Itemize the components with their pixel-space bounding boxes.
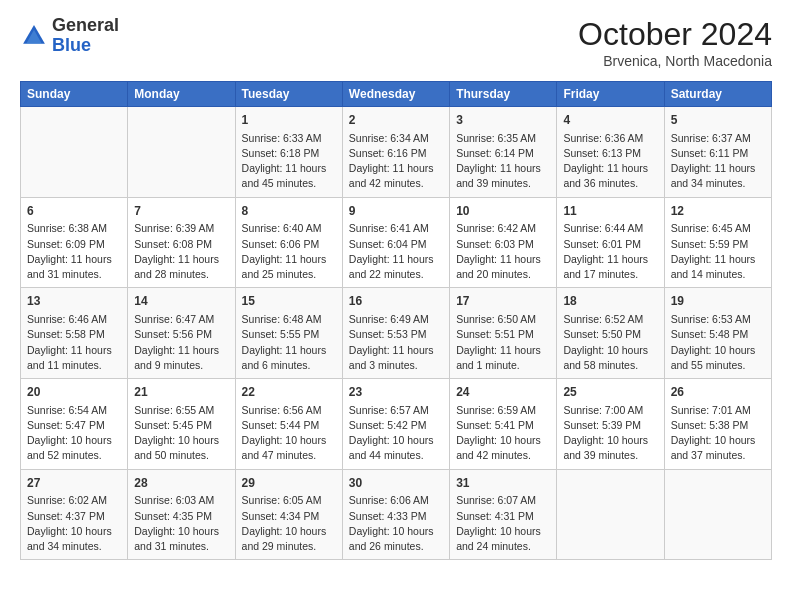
day-info: Sunrise: 6:49 AMSunset: 5:53 PMDaylight:… [349, 312, 443, 373]
calendar-week-row: 13Sunrise: 6:46 AMSunset: 5:58 PMDayligh… [21, 288, 772, 379]
day-number: 15 [242, 293, 336, 310]
calendar-week-row: 27Sunrise: 6:02 AMSunset: 4:37 PMDayligh… [21, 469, 772, 560]
calendar-cell: 6Sunrise: 6:38 AMSunset: 6:09 PMDaylight… [21, 197, 128, 288]
calendar-week-row: 20Sunrise: 6:54 AMSunset: 5:47 PMDayligh… [21, 379, 772, 470]
weekday-header-tuesday: Tuesday [235, 82, 342, 107]
day-number: 31 [456, 475, 550, 492]
day-number: 29 [242, 475, 336, 492]
calendar-week-row: 1Sunrise: 6:33 AMSunset: 6:18 PMDaylight… [21, 107, 772, 198]
day-number: 25 [563, 384, 657, 401]
day-info: Sunrise: 6:39 AMSunset: 6:08 PMDaylight:… [134, 221, 228, 282]
day-number: 1 [242, 112, 336, 129]
calendar-cell [21, 107, 128, 198]
calendar-cell: 13Sunrise: 6:46 AMSunset: 5:58 PMDayligh… [21, 288, 128, 379]
calendar-cell: 30Sunrise: 6:06 AMSunset: 4:33 PMDayligh… [342, 469, 449, 560]
day-info: Sunrise: 6:02 AMSunset: 4:37 PMDaylight:… [27, 493, 121, 554]
calendar-cell: 20Sunrise: 6:54 AMSunset: 5:47 PMDayligh… [21, 379, 128, 470]
day-info: Sunrise: 6:05 AMSunset: 4:34 PMDaylight:… [242, 493, 336, 554]
day-number: 2 [349, 112, 443, 129]
day-number: 26 [671, 384, 765, 401]
day-number: 21 [134, 384, 228, 401]
day-info: Sunrise: 6:56 AMSunset: 5:44 PMDaylight:… [242, 403, 336, 464]
calendar-cell: 5Sunrise: 6:37 AMSunset: 6:11 PMDaylight… [664, 107, 771, 198]
calendar-cell: 29Sunrise: 6:05 AMSunset: 4:34 PMDayligh… [235, 469, 342, 560]
day-info: Sunrise: 6:48 AMSunset: 5:55 PMDaylight:… [242, 312, 336, 373]
day-info: Sunrise: 6:37 AMSunset: 6:11 PMDaylight:… [671, 131, 765, 192]
day-number: 5 [671, 112, 765, 129]
day-number: 10 [456, 203, 550, 220]
day-number: 8 [242, 203, 336, 220]
day-number: 27 [27, 475, 121, 492]
day-number: 6 [27, 203, 121, 220]
day-number: 18 [563, 293, 657, 310]
page: General Blue October 2024 Brvenica, Nort… [0, 0, 792, 612]
day-number: 17 [456, 293, 550, 310]
calendar-cell: 25Sunrise: 7:00 AMSunset: 5:39 PMDayligh… [557, 379, 664, 470]
logo-blue: Blue [52, 35, 91, 55]
day-info: Sunrise: 6:52 AMSunset: 5:50 PMDaylight:… [563, 312, 657, 373]
calendar-cell: 11Sunrise: 6:44 AMSunset: 6:01 PMDayligh… [557, 197, 664, 288]
logo-text: General Blue [52, 16, 119, 56]
day-number: 4 [563, 112, 657, 129]
calendar-cell: 15Sunrise: 6:48 AMSunset: 5:55 PMDayligh… [235, 288, 342, 379]
calendar-cell: 31Sunrise: 6:07 AMSunset: 4:31 PMDayligh… [450, 469, 557, 560]
weekday-header-friday: Friday [557, 82, 664, 107]
calendar-cell: 18Sunrise: 6:52 AMSunset: 5:50 PMDayligh… [557, 288, 664, 379]
day-number: 19 [671, 293, 765, 310]
calendar-cell [128, 107, 235, 198]
logo-general: General [52, 15, 119, 35]
title-area: October 2024 Brvenica, North Macedonia [578, 16, 772, 69]
calendar-cell: 28Sunrise: 6:03 AMSunset: 4:35 PMDayligh… [128, 469, 235, 560]
day-number: 9 [349, 203, 443, 220]
day-info: Sunrise: 6:44 AMSunset: 6:01 PMDaylight:… [563, 221, 657, 282]
calendar-week-row: 6Sunrise: 6:38 AMSunset: 6:09 PMDaylight… [21, 197, 772, 288]
day-number: 22 [242, 384, 336, 401]
day-info: Sunrise: 6:06 AMSunset: 4:33 PMDaylight:… [349, 493, 443, 554]
day-number: 11 [563, 203, 657, 220]
day-number: 30 [349, 475, 443, 492]
calendar-cell: 27Sunrise: 6:02 AMSunset: 4:37 PMDayligh… [21, 469, 128, 560]
calendar-cell [664, 469, 771, 560]
calendar-cell: 9Sunrise: 6:41 AMSunset: 6:04 PMDaylight… [342, 197, 449, 288]
month-title: October 2024 [578, 16, 772, 53]
calendar-cell: 16Sunrise: 6:49 AMSunset: 5:53 PMDayligh… [342, 288, 449, 379]
calendar-cell: 7Sunrise: 6:39 AMSunset: 6:08 PMDaylight… [128, 197, 235, 288]
calendar-cell: 19Sunrise: 6:53 AMSunset: 5:48 PMDayligh… [664, 288, 771, 379]
calendar-cell: 8Sunrise: 6:40 AMSunset: 6:06 PMDaylight… [235, 197, 342, 288]
day-info: Sunrise: 6:33 AMSunset: 6:18 PMDaylight:… [242, 131, 336, 192]
calendar-cell: 10Sunrise: 6:42 AMSunset: 6:03 PMDayligh… [450, 197, 557, 288]
day-info: Sunrise: 6:36 AMSunset: 6:13 PMDaylight:… [563, 131, 657, 192]
day-info: Sunrise: 6:41 AMSunset: 6:04 PMDaylight:… [349, 221, 443, 282]
weekday-header-sunday: Sunday [21, 82, 128, 107]
weekday-header-thursday: Thursday [450, 82, 557, 107]
day-info: Sunrise: 6:45 AMSunset: 5:59 PMDaylight:… [671, 221, 765, 282]
calendar-cell: 3Sunrise: 6:35 AMSunset: 6:14 PMDaylight… [450, 107, 557, 198]
calendar-cell: 4Sunrise: 6:36 AMSunset: 6:13 PMDaylight… [557, 107, 664, 198]
weekday-header-wednesday: Wednesday [342, 82, 449, 107]
day-number: 7 [134, 203, 228, 220]
day-number: 12 [671, 203, 765, 220]
day-info: Sunrise: 6:34 AMSunset: 6:16 PMDaylight:… [349, 131, 443, 192]
location-subtitle: Brvenica, North Macedonia [578, 53, 772, 69]
weekday-header-saturday: Saturday [664, 82, 771, 107]
calendar-body: 1Sunrise: 6:33 AMSunset: 6:18 PMDaylight… [21, 107, 772, 560]
day-info: Sunrise: 7:00 AMSunset: 5:39 PMDaylight:… [563, 403, 657, 464]
day-info: Sunrise: 7:01 AMSunset: 5:38 PMDaylight:… [671, 403, 765, 464]
day-info: Sunrise: 6:40 AMSunset: 6:06 PMDaylight:… [242, 221, 336, 282]
calendar-table: SundayMondayTuesdayWednesdayThursdayFrid… [20, 81, 772, 560]
calendar-cell: 21Sunrise: 6:55 AMSunset: 5:45 PMDayligh… [128, 379, 235, 470]
calendar-cell: 17Sunrise: 6:50 AMSunset: 5:51 PMDayligh… [450, 288, 557, 379]
calendar-cell: 22Sunrise: 6:56 AMSunset: 5:44 PMDayligh… [235, 379, 342, 470]
weekday-header-monday: Monday [128, 82, 235, 107]
day-number: 3 [456, 112, 550, 129]
day-info: Sunrise: 6:54 AMSunset: 5:47 PMDaylight:… [27, 403, 121, 464]
day-info: Sunrise: 6:50 AMSunset: 5:51 PMDaylight:… [456, 312, 550, 373]
day-info: Sunrise: 6:57 AMSunset: 5:42 PMDaylight:… [349, 403, 443, 464]
day-info: Sunrise: 6:03 AMSunset: 4:35 PMDaylight:… [134, 493, 228, 554]
day-info: Sunrise: 6:59 AMSunset: 5:41 PMDaylight:… [456, 403, 550, 464]
day-info: Sunrise: 6:46 AMSunset: 5:58 PMDaylight:… [27, 312, 121, 373]
calendar-cell: 12Sunrise: 6:45 AMSunset: 5:59 PMDayligh… [664, 197, 771, 288]
day-number: 16 [349, 293, 443, 310]
header: General Blue October 2024 Brvenica, Nort… [20, 16, 772, 69]
header-row: SundayMondayTuesdayWednesdayThursdayFrid… [21, 82, 772, 107]
